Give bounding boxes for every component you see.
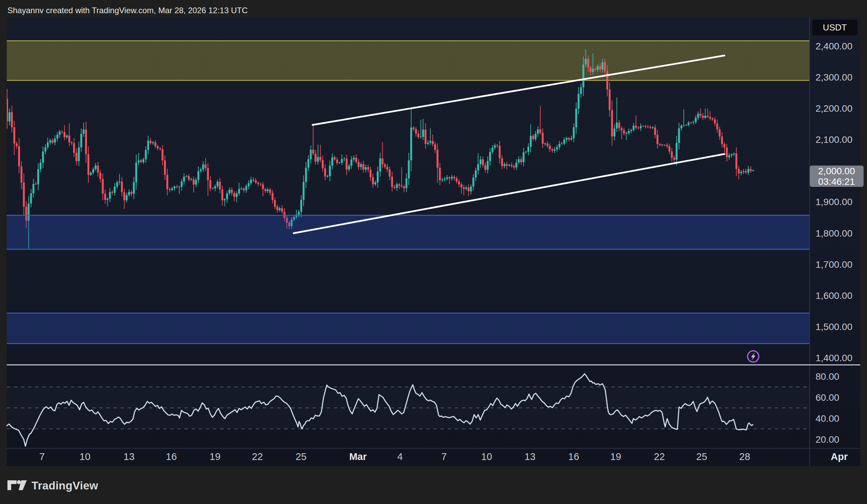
svg-text:60.00: 60.00 bbox=[815, 392, 839, 403]
svg-text:80.00: 80.00 bbox=[815, 371, 839, 382]
svg-text:7: 7 bbox=[441, 451, 447, 462]
svg-text:40.00: 40.00 bbox=[815, 413, 839, 424]
svg-text:2,300.00: 2,300.00 bbox=[815, 72, 853, 83]
svg-text:1,500.00: 1,500.00 bbox=[815, 321, 853, 332]
svg-text:Shayannv created with TradingV: Shayannv created with TradingView.com, M… bbox=[8, 6, 248, 15]
svg-text:1,900.00: 1,900.00 bbox=[815, 197, 853, 207]
svg-text:1,700.00: 1,700.00 bbox=[815, 259, 853, 270]
svg-text:1,800.00: 1,800.00 bbox=[815, 228, 853, 239]
svg-text:2,200.00: 2,200.00 bbox=[815, 103, 853, 114]
svg-text:25: 25 bbox=[696, 451, 707, 462]
svg-text:16: 16 bbox=[568, 451, 579, 462]
svg-text:19: 19 bbox=[210, 451, 221, 462]
svg-text:1,400.00: 1,400.00 bbox=[815, 353, 853, 363]
svg-text:03:46:21: 03:46:21 bbox=[818, 176, 855, 187]
svg-text:25: 25 bbox=[296, 451, 307, 462]
svg-text:4: 4 bbox=[397, 451, 403, 462]
svg-text:22: 22 bbox=[654, 451, 665, 462]
svg-text:2,400.00: 2,400.00 bbox=[815, 41, 853, 52]
svg-text:13: 13 bbox=[525, 451, 535, 462]
svg-text:10: 10 bbox=[79, 451, 90, 462]
svg-text:USDT: USDT bbox=[823, 22, 847, 33]
svg-text:19: 19 bbox=[610, 451, 621, 462]
svg-text:22: 22 bbox=[252, 451, 263, 462]
svg-text:1,600.00: 1,600.00 bbox=[815, 291, 853, 301]
svg-text:13: 13 bbox=[124, 451, 135, 462]
svg-text:Mar: Mar bbox=[349, 451, 367, 462]
svg-text:7: 7 bbox=[39, 451, 45, 462]
svg-text:16: 16 bbox=[166, 451, 177, 462]
svg-text:20.00: 20.00 bbox=[815, 434, 839, 445]
svg-text:28: 28 bbox=[739, 451, 750, 462]
svg-text:10: 10 bbox=[481, 451, 492, 462]
svg-text:TradingView: TradingView bbox=[32, 479, 98, 492]
svg-text:2,100.00: 2,100.00 bbox=[815, 134, 853, 145]
svg-text:Apr: Apr bbox=[831, 451, 848, 462]
svg-text:2,000.00: 2,000.00 bbox=[818, 166, 855, 176]
